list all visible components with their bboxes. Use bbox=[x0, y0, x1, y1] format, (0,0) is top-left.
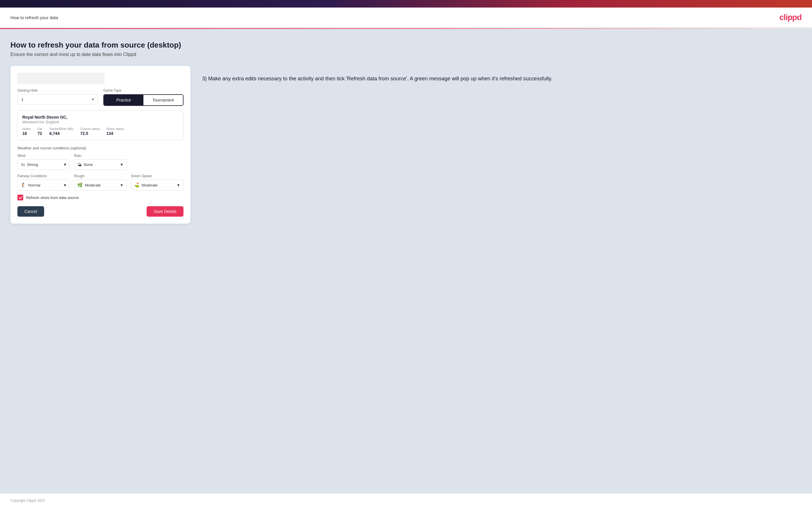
starting-hole-select[interactable]: 1 bbox=[17, 94, 98, 105]
yards-value: 6,744 bbox=[49, 131, 73, 136]
wind-icon: 🌬 bbox=[20, 162, 25, 167]
par-label: Par bbox=[38, 127, 42, 130]
top-banner bbox=[0, 0, 812, 7]
course-stats: Holes 18 Par 72 Yards/White (M)) 6,744 C… bbox=[22, 127, 179, 136]
yards-label: Yards/White (M)) bbox=[49, 127, 73, 130]
par-value: 72 bbox=[38, 131, 42, 136]
side-note: 3) Make any extra edits necessary to the… bbox=[202, 66, 802, 83]
main-content: How to refresh your data from source (de… bbox=[0, 29, 812, 493]
form-actions: Cancel Save Details bbox=[17, 206, 184, 217]
rain-value: None bbox=[84, 162, 93, 167]
refresh-checkbox-label: Refresh shots from data source bbox=[26, 195, 79, 200]
green-speed-label: Green Speed bbox=[131, 174, 184, 178]
fairway-label: Fairway Conditions bbox=[17, 174, 70, 178]
form-row-top: Starting Hole 1 ▼ Game Type Practice Tou… bbox=[17, 89, 184, 106]
rain-icon: 🌤 bbox=[77, 162, 82, 167]
fairway-chevron-icon: ▼ bbox=[63, 183, 67, 187]
course-stat-yards: Yards/White (M)) 6,744 bbox=[49, 127, 73, 136]
rough-group: Rough 🌿 Moderate ▼ bbox=[74, 174, 126, 190]
green-speed-chevron-icon: ▼ bbox=[176, 183, 180, 187]
green-speed-select[interactable]: ⛳ Moderate ▼ bbox=[131, 179, 184, 190]
wind-chevron-icon: ▼ bbox=[63, 162, 67, 167]
tournament-button[interactable]: Tournament bbox=[143, 95, 183, 105]
course-info-box: Royal North Devon GC, Westward Ho!, Engl… bbox=[17, 111, 184, 140]
green-speed-group: Green Speed ⛳ Moderate ▼ bbox=[131, 174, 184, 190]
game-type-label: Game Type bbox=[103, 89, 184, 93]
wind-group: Wind 🌬 Strong ▼ bbox=[17, 154, 70, 170]
rough-select-inner: 🌿 Moderate bbox=[77, 182, 101, 188]
side-note-text: 3) Make any extra edits necessary to the… bbox=[202, 74, 802, 83]
slope-rating-value: 134 bbox=[107, 131, 124, 136]
rain-select[interactable]: 🌤 None ▼ bbox=[74, 159, 126, 170]
form-panel: Starting Hole 1 ▼ Game Type Practice Tou… bbox=[10, 66, 191, 224]
page-subtitle: Ensure the correct and most up to date d… bbox=[10, 52, 802, 57]
rain-group: Rain 🌤 None ▼ bbox=[74, 154, 126, 170]
course-name: Royal North Devon GC, bbox=[22, 115, 179, 119]
save-details-button[interactable]: Save Details bbox=[147, 206, 184, 217]
footer: Copyright Clippd 2022 bbox=[0, 493, 812, 507]
course-stat-course-rating: Course rating 72.5 bbox=[81, 127, 100, 136]
course-location: Westward Ho!, England bbox=[22, 120, 179, 124]
rough-label: Rough bbox=[74, 174, 126, 178]
slope-rating-label: Slope rating bbox=[107, 127, 124, 130]
starting-hole-select-wrapper[interactable]: 1 ▼ bbox=[17, 94, 98, 105]
partial-tabs-preview bbox=[17, 73, 104, 84]
checkbox-styled[interactable] bbox=[17, 194, 23, 201]
fairway-rough-green-row: Fairway Conditions 🏌 Normal ▼ Rough bbox=[17, 174, 184, 190]
course-stat-holes: Holes 18 bbox=[22, 127, 31, 136]
course-stat-slope-rating: Slope rating 134 bbox=[107, 127, 124, 136]
cancel-button[interactable]: Cancel bbox=[17, 206, 44, 217]
conditions-section-label: Weather and course conditions (optional) bbox=[17, 146, 184, 150]
green-speed-value: Moderate bbox=[142, 183, 158, 187]
rough-icon: 🌿 bbox=[77, 182, 83, 188]
footer-copyright: Copyright Clippd 2022 bbox=[10, 499, 45, 503]
wind-label: Wind bbox=[17, 154, 70, 158]
course-stat-par: Par 72 bbox=[38, 127, 42, 136]
fairway-select[interactable]: 🏌 Normal ▼ bbox=[17, 179, 70, 190]
logo: clippd bbox=[779, 13, 802, 22]
header: How to refresh your data clippd bbox=[0, 7, 812, 28]
rain-select-inner: 🌤 None bbox=[77, 162, 93, 167]
course-rating-label: Course rating bbox=[81, 127, 100, 130]
rain-label: Rain bbox=[74, 154, 126, 158]
conditions-section: Weather and course conditions (optional)… bbox=[17, 146, 184, 190]
rough-select[interactable]: 🌿 Moderate ▼ bbox=[74, 179, 126, 190]
holes-label: Holes bbox=[22, 127, 31, 130]
wind-select[interactable]: 🌬 Strong ▼ bbox=[17, 159, 70, 170]
game-type-group: Game Type Practice Tournament bbox=[103, 89, 184, 106]
page-title: How to refresh your data from source (de… bbox=[10, 41, 802, 50]
green-speed-select-inner: ⛳ Moderate bbox=[134, 182, 158, 188]
wind-rain-row: Wind 🌬 Strong ▼ Rain bbox=[17, 154, 184, 170]
header-title: How to refresh your data bbox=[10, 15, 58, 20]
holes-value: 18 bbox=[22, 131, 31, 136]
wind-select-inner: 🌬 Strong bbox=[20, 162, 38, 167]
course-rating-value: 72.5 bbox=[81, 131, 100, 136]
practice-button[interactable]: Practice bbox=[104, 95, 143, 105]
refresh-checkbox-row[interactable]: Refresh shots from data source bbox=[17, 194, 184, 201]
content-row: Starting Hole 1 ▼ Game Type Practice Tou… bbox=[10, 66, 802, 224]
game-type-buttons: Practice Tournament bbox=[103, 94, 184, 106]
green-speed-icon: ⛳ bbox=[134, 182, 140, 188]
fairway-value: Normal bbox=[28, 183, 40, 187]
starting-hole-label: Starting Hole bbox=[17, 89, 98, 93]
fairway-icon: 🏌 bbox=[20, 182, 26, 188]
fairway-group: Fairway Conditions 🏌 Normal ▼ bbox=[17, 174, 70, 190]
fairway-select-inner: 🏌 Normal bbox=[20, 182, 40, 188]
rain-chevron-icon: ▼ bbox=[120, 162, 124, 167]
starting-hole-group: Starting Hole 1 ▼ bbox=[17, 89, 98, 106]
rough-value: Moderate bbox=[85, 183, 101, 187]
wind-value: Strong bbox=[27, 162, 38, 167]
rough-chevron-icon: ▼ bbox=[120, 183, 124, 187]
